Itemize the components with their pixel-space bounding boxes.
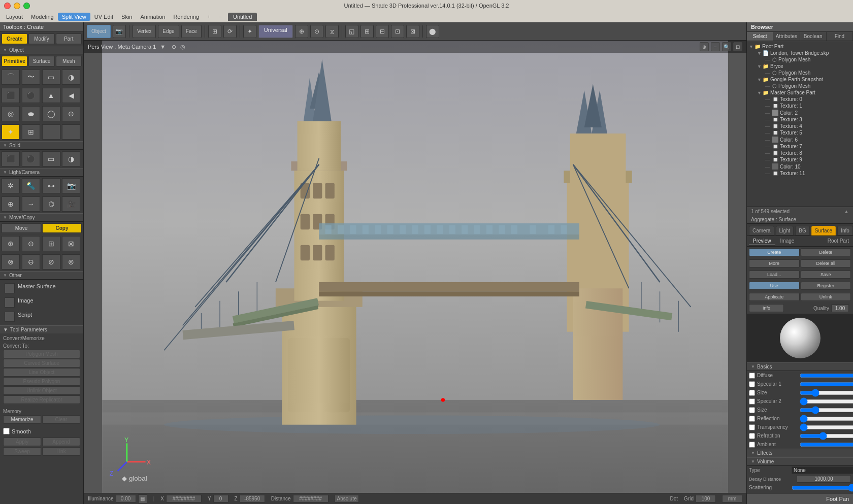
tab-untitled[interactable]: Untitled xyxy=(228,13,257,21)
prev-tab-image[interactable]: Image xyxy=(776,237,799,245)
browser-tab-attributes[interactable]: Attributes xyxy=(773,32,800,41)
smooth-checkbox[interactable] xyxy=(3,428,10,434)
grid-tool-btn[interactable]: ⊞ xyxy=(208,25,221,38)
menu-rendering[interactable]: Rendering xyxy=(169,13,203,21)
browser-tab-boolean[interactable]: Boolean xyxy=(800,32,827,41)
light-area[interactable]: ⊶ xyxy=(42,178,60,193)
memorize-button[interactable]: Memorize xyxy=(3,415,41,424)
prim-empty[interactable] xyxy=(42,124,60,140)
viewport-icon2[interactable]: ◎ xyxy=(180,44,185,50)
copy-icon-4[interactable]: ⊠ xyxy=(62,236,80,251)
specular1-slider[interactable] xyxy=(800,381,853,388)
prim-sphere[interactable]: ⚫ xyxy=(22,88,40,103)
ambient-checkbox[interactable] xyxy=(749,442,755,448)
illuminance-value[interactable]: 0.00 xyxy=(116,495,136,502)
diffuse-checkbox[interactable] xyxy=(749,373,755,379)
specular1-checkbox[interactable] xyxy=(749,381,755,387)
solid-3[interactable]: ▭ xyxy=(42,151,60,166)
reflection-slider[interactable] xyxy=(800,415,853,422)
light-omni[interactable]: ⊕ xyxy=(2,196,20,212)
light-camera[interactable]: 📷 xyxy=(62,178,80,193)
prim-curve[interactable]: ⌒ xyxy=(2,70,20,85)
ambient-btn[interactable]: ⬤ xyxy=(426,25,439,38)
convert-line-object[interactable]: Line Object xyxy=(3,368,80,377)
size2-slider[interactable] xyxy=(800,407,853,414)
create-button[interactable]: Create xyxy=(2,33,27,44)
apply-button[interactable]: Apply xyxy=(3,438,41,446)
tree-color-10[interactable]: — Color: 10 xyxy=(747,163,853,170)
vp-ctrl-3[interactable]: 🔍 xyxy=(722,42,731,51)
surf-tab-light[interactable]: Light xyxy=(776,226,794,236)
solid-4[interactable]: ◑ xyxy=(62,151,80,166)
convert-pseudo-polygon[interactable]: Pseudo Polygon xyxy=(3,377,80,386)
tree-color-6[interactable]: — Color: 6 xyxy=(747,136,853,143)
tool-parameters-header[interactable]: ▼ Tool Parameters xyxy=(0,325,83,333)
type-value[interactable]: None xyxy=(792,466,853,474)
reflection-checkbox[interactable] xyxy=(749,416,755,422)
copy-icon-1[interactable]: ⊕ xyxy=(2,236,20,251)
append-button[interactable]: Append xyxy=(42,438,80,446)
tree-texture-8[interactable]: — 🔲 Texture: 8 xyxy=(747,150,853,156)
edge-btn[interactable]: Edge xyxy=(158,25,179,38)
tree-texture-7[interactable]: — 🔲 Texture: 7 xyxy=(747,143,853,150)
tree-texture-4[interactable]: — 🔲 Texture: 4 xyxy=(747,123,853,129)
menu-skin[interactable]: Skin xyxy=(117,13,136,21)
transparency-slider[interactable] xyxy=(800,424,853,431)
light-spot[interactable]: 🔦 xyxy=(22,178,40,193)
diffuse-slider[interactable] xyxy=(800,372,853,379)
crosshair-btn[interactable]: ⊕ xyxy=(295,25,308,38)
prim-circle-arc[interactable]: ◑ xyxy=(62,70,80,85)
prim-ring[interactable]: ⊙ xyxy=(62,106,80,121)
scroll-up[interactable]: ▲ xyxy=(844,209,849,214)
tree-texture-3[interactable]: — 🔲 Texture: 3 xyxy=(747,116,853,123)
absolute-value[interactable]: Absolute xyxy=(335,495,359,502)
menu-uv-edit[interactable]: UV Edit xyxy=(90,13,117,21)
light-btn[interactable]: ⊠ xyxy=(406,25,419,38)
texture-btn[interactable]: ⊡ xyxy=(391,25,404,38)
tree-texture-0[interactable]: — 🔲 Texture: 0 xyxy=(747,96,853,103)
light-cam2[interactable]: 🎥 xyxy=(62,196,80,212)
universal-btn[interactable]: Universal xyxy=(258,25,293,38)
mat-unlink-btn[interactable]: Unlink xyxy=(801,293,851,301)
prev-tab-preview[interactable]: Preview xyxy=(749,237,775,245)
convert-realize-replicator[interactable]: Realize Replicator xyxy=(3,395,80,404)
size2-checkbox[interactable] xyxy=(749,407,755,413)
viewport-dropdown[interactable]: ▼ xyxy=(160,44,166,50)
decay-distance-value[interactable]: 1000.00 xyxy=(797,475,851,483)
solid-btn[interactable]: ⊟ xyxy=(376,25,389,38)
tab-primitive[interactable]: Primitive xyxy=(2,56,27,66)
tree-polygon-mesh-3[interactable]: — ⬡ Polygon Mesh xyxy=(747,83,853,89)
camera-icon-btn[interactable]: 📷 xyxy=(113,25,126,38)
mat-delete-all-btn[interactable]: Delete all xyxy=(801,259,851,267)
mat-register-btn[interactable]: Register xyxy=(801,282,851,290)
minimize-button[interactable] xyxy=(14,3,20,9)
convert-polygon-mesh[interactable]: Polygon Mesh xyxy=(3,350,80,358)
tree-texture-5[interactable]: — 🔲 Texture: 5 xyxy=(747,129,853,136)
unit-value[interactable]: mm xyxy=(722,495,742,502)
specular2-slider[interactable] xyxy=(800,398,853,405)
modify-button[interactable]: Modify xyxy=(28,33,54,44)
light-sun[interactable]: ✲ xyxy=(2,178,20,193)
face-btn[interactable]: Face xyxy=(181,25,202,38)
rotate-tool-btn[interactable]: ⟳ xyxy=(223,25,237,38)
menu-layout[interactable]: Layout xyxy=(2,13,27,21)
refraction-checkbox[interactable] xyxy=(749,433,755,439)
mat-save-btn[interactable]: Save xyxy=(801,271,851,279)
surf-tab-camera[interactable]: Camera xyxy=(749,226,774,236)
copy-icon-7[interactable]: ⊘ xyxy=(42,254,60,270)
prim-grid[interactable]: ⊞ xyxy=(22,124,40,140)
tree-color-2[interactable]: — Color: 2 xyxy=(747,109,853,116)
copy-icon-8[interactable]: ⊚ xyxy=(62,254,80,270)
surf-tab-info[interactable]: Info xyxy=(837,226,853,236)
scattering-slider[interactable] xyxy=(792,484,853,491)
maximize-button[interactable] xyxy=(23,3,30,9)
surf-tab-bg[interactable]: BG xyxy=(795,226,809,236)
viewport-icon1[interactable]: ⊙ xyxy=(172,44,176,50)
prim-ellipse[interactable]: ◯ xyxy=(42,106,60,121)
prim-cone[interactable]: ▲ xyxy=(42,88,60,103)
grid-value[interactable]: 100 xyxy=(696,495,716,502)
menu-split-view[interactable]: Split View xyxy=(58,13,90,21)
copy-icon-6[interactable]: ⊖ xyxy=(22,254,40,270)
vp-ctrl-1[interactable]: ⊕ xyxy=(700,42,709,51)
tree-google-earth[interactable]: ▼ 📁 Google Earth Snapshot xyxy=(747,76,853,83)
